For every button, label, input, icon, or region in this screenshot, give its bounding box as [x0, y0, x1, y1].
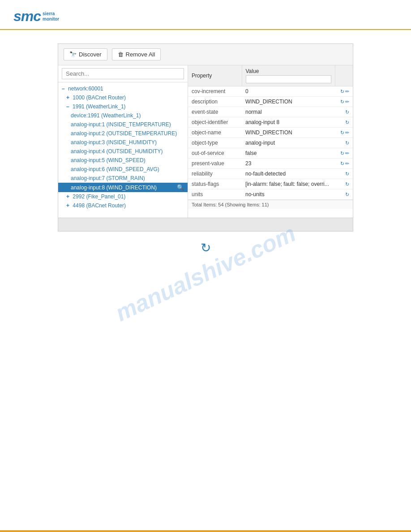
- prop-value: 0: [242, 86, 335, 97]
- tree-item-ai3[interactable]: analog-input:3 (INSIDE_HUMIDITY): [58, 138, 188, 147]
- table-row: status-flags[in-alarm: false; fault: fal…: [188, 179, 353, 189]
- tree-item-1991[interactable]: – 1991 (WeatherLink_1): [58, 102, 188, 111]
- tree-item-label-selected: analog-input:8 (WIND_DIRECTION): [71, 184, 157, 191]
- prop-actions: ↻: [335, 179, 353, 189]
- refresh-icon[interactable]: ↻: [340, 99, 344, 104]
- refresh-icon[interactable]: ↻: [345, 120, 349, 125]
- collapse-icon-network: –: [62, 86, 65, 92]
- prop-name: units: [188, 189, 242, 200]
- refresh-icon[interactable]: ↻: [345, 140, 349, 146]
- prop-name: description: [188, 97, 242, 107]
- tree-item-label: analog-input:6 (WIND_SPEED_AVG): [71, 166, 159, 172]
- prop-actions: ↻: [335, 107, 353, 117]
- discover-label: Discover: [79, 51, 102, 58]
- tree-item-label: analog-input:2 (OUTSIDE_TEMPERATURE): [71, 130, 177, 137]
- refresh-icon[interactable]: ↻: [340, 161, 344, 166]
- prop-value: false: [242, 148, 335, 159]
- tree-item-ai5[interactable]: analog-input:5 (WIND_SPEED): [58, 156, 188, 165]
- edit-icon[interactable]: ✏: [345, 89, 349, 94]
- search-input[interactable]: [62, 68, 184, 79]
- prop-name: event-state: [188, 107, 242, 117]
- search-icon-inline: 🔍: [177, 184, 184, 191]
- col-header-value: Value: [242, 65, 335, 86]
- prop-actions: ↻: [335, 169, 353, 179]
- tree-item-ai7[interactable]: analog-input:7 (STORM_RAIN): [58, 174, 188, 183]
- refresh-icon[interactable]: ↻: [345, 171, 349, 176]
- prop-actions: ↻: [335, 189, 353, 200]
- tree-item-2992[interactable]: + 2992 (Fike_Panel_01): [58, 192, 188, 201]
- binoculars-icon: 🔭: [69, 51, 77, 58]
- table-row: present-value23↻✏: [188, 159, 353, 169]
- prop-value: no-units: [242, 189, 335, 200]
- logo-sierra-text: sierramonitor: [43, 11, 59, 22]
- tree-item-ai4[interactable]: analog-input:4 (OUTSIDE_HUMIDITY): [58, 147, 188, 156]
- tree-item-4498[interactable]: + 4498 (BACnet Router): [58, 201, 188, 210]
- prop-name: out-of-service: [188, 148, 242, 159]
- prop-name: present-value: [188, 159, 242, 169]
- edit-icon[interactable]: ✏: [345, 161, 349, 166]
- col-header-property: Property: [188, 65, 242, 86]
- prop-name: object-type: [188, 138, 242, 148]
- prop-value: [in-alarm: false; fault: false; overri..…: [242, 179, 335, 189]
- tree-item-device-1991[interactable]: device:1991 (WeatherLink_1): [58, 111, 188, 120]
- discover-button[interactable]: 🔭 Discover: [64, 48, 107, 60]
- header: smc sierramonitor: [0, 0, 411, 30]
- props-footer: Total Items: 54 (Showing Items: 11): [188, 200, 353, 209]
- tree-item-ai1[interactable]: analog-input:1 (INSIDE_TEMPERATURE): [58, 120, 188, 129]
- toolbar: 🔭 Discover 🗑 Remove All: [58, 44, 353, 65]
- value-filter-input[interactable]: [246, 75, 331, 83]
- tree-item-label: analog-input:7 (STORM_RAIN): [71, 175, 145, 181]
- tree-item-label: 4498 (BACnet Router): [73, 202, 126, 209]
- tree-item-ai8[interactable]: analog-input:8 (WIND_DIRECTION) 🔍: [58, 183, 188, 192]
- tree-item-label: analog-input:1 (INSIDE_TEMPERATURE): [71, 121, 171, 128]
- prop-name: reliability: [188, 169, 242, 179]
- split-layout: – network:60001 + 1000 (BACnet Router) –…: [58, 65, 353, 218]
- table-row: object-nameWIND_DIRECTION↻✏: [188, 128, 353, 138]
- refresh-icon[interactable]: ↻: [345, 181, 349, 187]
- tree-item-label: analog-input:3 (INSIDE_HUMIDITY): [71, 139, 157, 146]
- tree-item-label: 1991 (WeatherLink_1): [73, 103, 126, 110]
- refresh-icon[interactable]: ↻: [345, 192, 349, 197]
- prop-value: WIND_DIRECTION: [242, 128, 335, 138]
- table-row: out-of-servicefalse↻✏: [188, 148, 353, 159]
- prop-actions: ↻: [335, 117, 353, 128]
- main-content: 🔭 Discover 🗑 Remove All – network:600: [0, 30, 411, 273]
- table-row: descriptionWIND_DIRECTION↻✏: [188, 97, 353, 107]
- remove-all-button[interactable]: 🗑 Remove All: [112, 48, 161, 60]
- tree-item-ai6[interactable]: analog-input:6 (WIND_SPEED_AVG): [58, 165, 188, 174]
- main-panel: 🔭 Discover 🗑 Remove All – network:600: [58, 43, 353, 232]
- tree-item-label: network:60001: [68, 86, 103, 92]
- prop-actions: ↻✏: [335, 97, 353, 107]
- tree-item-network[interactable]: – network:60001: [58, 84, 188, 93]
- refresh-center: ↻: [18, 232, 393, 260]
- trash-icon: 🗑: [118, 51, 124, 58]
- refresh-icon[interactable]: ↻: [340, 150, 344, 156]
- prop-name: object-identifier: [188, 117, 242, 128]
- tree-item-1000[interactable]: + 1000 (BACnet Router): [58, 93, 188, 102]
- refresh-icon[interactable]: ↻: [340, 130, 344, 135]
- tree-item-label: analog-input:5 (WIND_SPEED): [71, 157, 146, 163]
- edit-icon[interactable]: ✏: [345, 99, 349, 104]
- prop-actions: ↻: [335, 138, 353, 148]
- prop-value: no-fault-detected: [242, 169, 335, 179]
- prop-value: WIND_DIRECTION: [242, 97, 335, 107]
- prop-actions: ↻✏: [335, 86, 353, 97]
- tree-scroll[interactable]: – network:60001 + 1000 (BACnet Router) –…: [58, 82, 188, 218]
- prop-value: normal: [242, 107, 335, 117]
- table-row: cov-increment0↻✏: [188, 86, 353, 97]
- tree-item-label: analog-input:4 (OUTSIDE_HUMIDITY): [71, 148, 163, 154]
- refresh-icon[interactable]: ↻: [345, 109, 349, 115]
- col-header-actions: [335, 65, 353, 86]
- prop-value: 23: [242, 159, 335, 169]
- prop-actions: ↻✏: [335, 128, 353, 138]
- edit-icon[interactable]: ✏: [345, 150, 349, 156]
- table-row: unitsno-units↻: [188, 189, 353, 200]
- prop-name: cov-increment: [188, 86, 242, 97]
- tree-item-ai2[interactable]: analog-input:2 (OUTSIDE_TEMPERATURE): [58, 129, 188, 138]
- expand-icon-4498: +: [66, 202, 69, 209]
- edit-icon[interactable]: ✏: [345, 130, 349, 135]
- prop-value: analog-input: [242, 138, 335, 148]
- refresh-icon[interactable]: ↻: [340, 89, 344, 94]
- expand-icon-1000: +: [66, 94, 69, 101]
- refresh-icon-large[interactable]: ↻: [201, 240, 211, 255]
